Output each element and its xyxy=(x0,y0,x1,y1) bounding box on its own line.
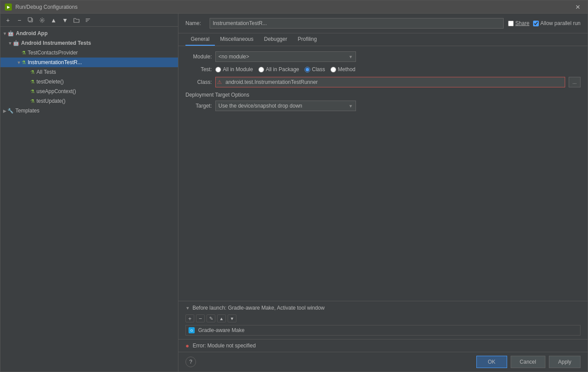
class-error-icon: ⚠ xyxy=(217,79,222,85)
allow-parallel-label: Allow parallel run xyxy=(541,20,581,26)
gradle-icon: G xyxy=(189,327,195,333)
expand-arrow-templates: ▶ xyxy=(2,108,7,113)
test-update-label: testUpdate() xyxy=(36,98,65,104)
instrumentation-icon: ⚗ xyxy=(22,60,26,65)
radio-class-label: Class xyxy=(312,66,325,72)
class-input-wrapper: ⚠ xyxy=(215,77,565,87)
tree-item-all-tests[interactable]: ⚗ All Tests xyxy=(0,67,178,77)
android-app-icon: 🤖 xyxy=(7,30,14,36)
copy-config-button[interactable] xyxy=(26,16,36,25)
test-update-icon: ⚗ xyxy=(30,98,35,104)
sort-button[interactable] xyxy=(83,16,93,25)
before-launch-gradle-item: G Gradle-aware Make xyxy=(185,325,581,336)
radio-class[interactable]: Class xyxy=(305,66,325,72)
before-launch-header[interactable]: ▼ Before launch: Gradle-aware Make, Acti… xyxy=(185,305,581,311)
expand-arrow-android-tests: ▼ xyxy=(7,41,13,46)
close-button[interactable]: ✕ xyxy=(573,3,583,11)
module-label: Module: xyxy=(185,54,212,60)
class-input[interactable] xyxy=(215,77,565,87)
before-launch-edit-button[interactable]: ✎ xyxy=(207,314,215,322)
tab-debugger[interactable]: Debugger xyxy=(259,33,293,46)
target-select-value: Use the device/snapshot drop down xyxy=(218,103,302,109)
error-icon: ● xyxy=(185,342,189,349)
left-panel: + − ▲ ▼ xyxy=(0,14,178,372)
allow-parallel-checkbox[interactable] xyxy=(533,21,539,26)
before-launch-title: Before launch: Gradle-aware Make, Activa… xyxy=(192,305,325,311)
tree-item-templates[interactable]: ▶ 🔧 Templates xyxy=(0,106,178,116)
error-text: Error: Module not specified xyxy=(192,343,255,349)
radio-all-module-input[interactable] xyxy=(215,67,221,72)
tree-item-use-app-context[interactable]: ⚗ useAppContext() xyxy=(0,87,178,96)
target-select[interactable]: Use the device/snapshot drop down ▼ xyxy=(215,101,356,111)
title-bar-left: ▶ Run/Debug Configurations xyxy=(5,4,77,11)
before-launch-up-button[interactable]: ▲ xyxy=(217,314,226,322)
tree-item-instrumentation[interactable]: ▼ ⚗ InstrumentationTestR... xyxy=(0,58,178,67)
android-tests-icon: 🤖 xyxy=(13,40,19,46)
all-tests-icon: ⚗ xyxy=(30,69,35,75)
name-row: Name: Share Allow parallel run xyxy=(178,14,588,33)
android-app-label: Android App xyxy=(16,30,47,36)
test-label: Test: xyxy=(185,66,212,72)
allow-parallel-checkbox-label[interactable]: Allow parallel run xyxy=(533,20,581,26)
settings-config-button[interactable] xyxy=(37,16,47,25)
tree-item-android-app[interactable]: ▼ 🤖 Android App xyxy=(0,29,178,38)
add-config-button[interactable]: + xyxy=(3,16,13,25)
radio-class-input[interactable] xyxy=(305,67,310,72)
before-launch-toolbar: + − ✎ ▲ ▼ xyxy=(185,314,581,322)
tree-item-test-delete[interactable]: ⚗ testDelete() xyxy=(0,77,178,87)
tree-item-android-tests[interactable]: ▼ 🤖 Android Instrumented Tests xyxy=(0,38,178,48)
test-delete-label: testDelete() xyxy=(36,79,64,85)
move-down-button[interactable]: ▼ xyxy=(60,16,70,25)
tab-general[interactable]: General xyxy=(185,33,215,46)
radio-method[interactable]: Method xyxy=(330,66,356,72)
expand-arrow-instrumentation: ▼ xyxy=(16,60,22,65)
svg-point-2 xyxy=(41,19,43,21)
tab-miscellaneous[interactable]: Miscellaneous xyxy=(215,33,259,46)
module-select[interactable]: <no module> ▼ xyxy=(215,51,356,62)
before-launch-remove-button[interactable]: − xyxy=(196,314,205,322)
gradle-make-label: Gradle-aware Make xyxy=(198,327,244,333)
deployment-section: Deployment Target Options Target: Use th… xyxy=(185,92,581,111)
module-dropdown-arrow: ▼ xyxy=(348,54,353,59)
radio-all-package[interactable]: All in Package xyxy=(258,66,299,72)
module-select-value: <no module> xyxy=(218,54,249,60)
help-button[interactable]: ? xyxy=(185,357,196,367)
test-row: Test: All in Module All in Package xyxy=(185,66,581,72)
svg-rect-1 xyxy=(28,18,32,21)
radio-all-module-label: All in Module xyxy=(223,66,253,72)
remove-config-button[interactable]: − xyxy=(15,16,24,25)
browse-class-button[interactable]: ... xyxy=(569,77,581,87)
before-launch-collapse-arrow: ▼ xyxy=(185,306,190,311)
folder-button[interactable] xyxy=(72,16,81,25)
share-checkbox[interactable] xyxy=(508,21,514,26)
module-row: Module: <no module> ▼ xyxy=(185,51,581,62)
general-tab-content: Module: <no module> ▼ Test: xyxy=(178,46,588,301)
before-launch-add-button[interactable]: + xyxy=(185,314,194,322)
tab-profiling[interactable]: Profiling xyxy=(292,33,322,46)
test-contacts-label: TestContactsProvider xyxy=(28,50,78,56)
share-checkbox-label[interactable]: Share xyxy=(508,20,530,26)
tree-item-test-update[interactable]: ⚗ testUpdate() xyxy=(0,96,178,106)
ok-button[interactable]: OK xyxy=(476,356,507,368)
share-label: Share xyxy=(515,20,530,26)
use-app-context-icon: ⚗ xyxy=(30,89,35,94)
class-row: Class: ⚠ ... xyxy=(185,77,581,87)
tab-content-area: Module: <no module> ▼ Test: xyxy=(178,46,588,301)
radio-all-package-input[interactable] xyxy=(258,67,264,72)
before-launch-section: ▼ Before launch: Gradle-aware Make, Acti… xyxy=(178,301,588,339)
radio-all-module[interactable]: All in Module xyxy=(215,66,253,72)
name-input[interactable] xyxy=(210,18,504,29)
radio-method-input[interactable] xyxy=(330,67,336,72)
target-field: Use the device/snapshot drop down ▼ xyxy=(215,101,581,111)
before-launch-down-button[interactable]: ▼ xyxy=(228,314,236,322)
move-up-button[interactable]: ▲ xyxy=(49,16,58,25)
target-dropdown-arrow: ▼ xyxy=(348,104,353,108)
test-field: All in Module All in Package Class xyxy=(215,66,581,72)
apply-button[interactable]: Apply xyxy=(549,356,581,368)
tree-item-test-contacts[interactable]: ⚗ TestContactsProvider xyxy=(0,48,178,58)
deployment-header: Deployment Target Options xyxy=(185,92,581,98)
name-label: Name: xyxy=(185,20,205,26)
cancel-button[interactable]: Cancel xyxy=(511,356,545,368)
instrumentation-label: InstrumentationTestR... xyxy=(28,59,82,65)
all-tests-label: All Tests xyxy=(36,69,56,75)
